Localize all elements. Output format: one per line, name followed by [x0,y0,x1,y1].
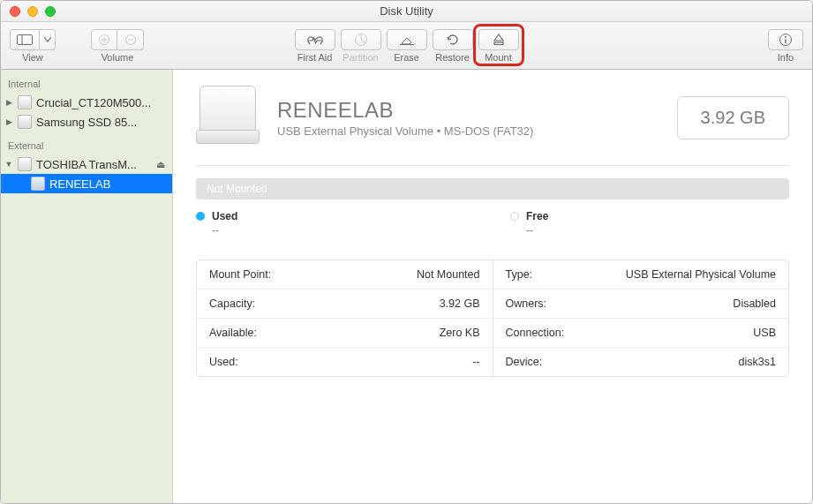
firstaid-label: First Aid [297,52,333,63]
volume-icon [31,177,45,191]
sidebar-disk-external-0[interactable]: TOSHIBA TransM... ⏏ [1,154,172,174]
sidebar-icon [17,34,33,45]
toolbar: View Volume First Aid [1,22,812,70]
mount-label: Mount [485,52,512,63]
prop-connection: Connection: USB [493,319,789,348]
eject-icon[interactable]: ⏏ [156,159,165,170]
free-value: -- [526,224,789,237]
partition-icon [354,33,368,47]
view-menu-button[interactable] [40,29,56,50]
mount-button[interactable] [478,29,519,50]
restore-item: Restore [433,29,473,63]
traffic-lights [1,6,56,17]
used-value: -- [212,224,475,237]
sidebar-disk-internal-0[interactable]: Crucial_CT120M500... [1,93,172,112]
usage-row: Used -- Free -- [196,210,789,237]
disk-icon [18,157,32,171]
prop-used: Used: -- [197,348,493,376]
erase-label: Erase [394,52,419,63]
erase-item: Erase [387,29,427,63]
prop-key: Available: [209,327,257,339]
prop-key: Used: [209,356,238,368]
svg-rect-0 [18,34,33,44]
prop-key: Connection: [506,327,565,339]
used-swatch-icon [196,212,205,221]
volume-size-pill: 3.92 GB [677,96,789,139]
add-volume-button [91,29,117,50]
properties-table: Mount Point: Not Mounted Capacity: 3.92 … [196,260,789,377]
view-label: View [22,52,43,63]
disk-utility-window: Disk Utility View Vol [0,0,813,504]
usage-used: Used -- [196,210,475,237]
info-icon [779,33,793,47]
volume-header: RENEELAB USB External Physical Volume • … [196,86,789,149]
sidebar-disk-internal-1[interactable]: Samsung SSD 85... [1,112,172,132]
prop-value: Disabled [733,297,776,310]
restore-label: Restore [435,52,470,63]
separator [196,165,789,166]
firstaid-item: First Aid [295,29,335,63]
remove-volume-icon [124,34,137,46]
erase-icon [399,34,415,46]
view-button[interactable] [10,29,40,50]
prop-value: -- [472,356,479,368]
svg-point-11 [785,36,787,38]
prop-value: disk3s1 [739,356,776,368]
prop-mountpoint: Mount Point: Not Mounted [197,260,493,290]
restore-button[interactable] [433,29,473,50]
prop-key: Owners: [506,297,547,310]
info-button[interactable] [768,29,803,50]
prop-key: Device: [506,356,543,368]
sidebar-item-label: TOSHIBA TransM... [36,158,152,171]
disclosure-icon[interactable] [4,98,13,107]
info-group: Info [768,29,803,63]
sidebar-header-external: External [1,139,172,154]
prop-owners: Owners: Disabled [493,290,789,319]
prop-value: USB External Physical Volume [626,268,776,281]
remove-volume-button [117,29,144,50]
used-label: Used [212,210,237,222]
sidebar-item-label: RENEELAB [49,177,165,191]
mount-icon [492,33,506,47]
sidebar-item-label: Crucial_CT120M500... [36,96,165,109]
prop-value: Zero KB [440,327,480,339]
volume-title-block: RENEELAB USB External Physical Volume • … [277,98,659,138]
sidebar-item-label: Samsung SSD 85... [36,116,165,129]
prop-key: Capacity: [209,297,255,310]
zoom-button[interactable] [45,6,56,17]
titlebar: Disk Utility [1,1,812,22]
prop-available: Available: Zero KB [197,319,493,348]
info-label: Info [778,52,794,63]
prop-capacity: Capacity: 3.92 GB [197,290,493,319]
chevron-down-icon [44,37,51,42]
volume-subtitle: USB External Physical Volume • MS-DOS (F… [277,124,659,138]
prop-device: Device: disk3s1 [493,348,789,376]
status-bar: Not Mounted [196,178,789,199]
mount-item: Mount [478,29,519,63]
right-tools: Info [768,29,803,63]
erase-button[interactable] [387,29,427,50]
disclosure-icon[interactable] [4,160,13,169]
firstaid-button[interactable] [295,29,335,50]
minimize-button[interactable] [27,6,38,17]
prop-value: Not Mounted [417,268,480,281]
view-group: View [10,29,56,63]
add-volume-icon [98,34,110,46]
main-pane: RENEELAB USB External Physical Volume • … [173,70,812,503]
center-tools: First Aid Partition Erase Restore [295,29,519,63]
restore-icon [446,33,460,47]
sidebar-volume-reneelab[interactable]: RENEELAB [1,174,172,193]
disk-icon [18,115,32,129]
volume-name: RENEELAB [277,98,659,123]
partition-label: Partition [343,52,378,63]
sidebar: Internal Crucial_CT120M500... Samsung SS… [1,70,173,503]
close-button[interactable] [10,6,20,17]
prop-type: Type: USB External Physical Volume [493,260,789,290]
volume-group: Volume [91,29,144,63]
free-swatch-icon [510,212,519,221]
prop-value: 3.92 GB [440,297,480,310]
disclosure-icon[interactable] [4,117,13,126]
volume-label: Volume [102,52,134,63]
properties-left: Mount Point: Not Mounted Capacity: 3.92 … [197,260,493,376]
properties-right: Type: USB External Physical Volume Owner… [493,260,789,376]
